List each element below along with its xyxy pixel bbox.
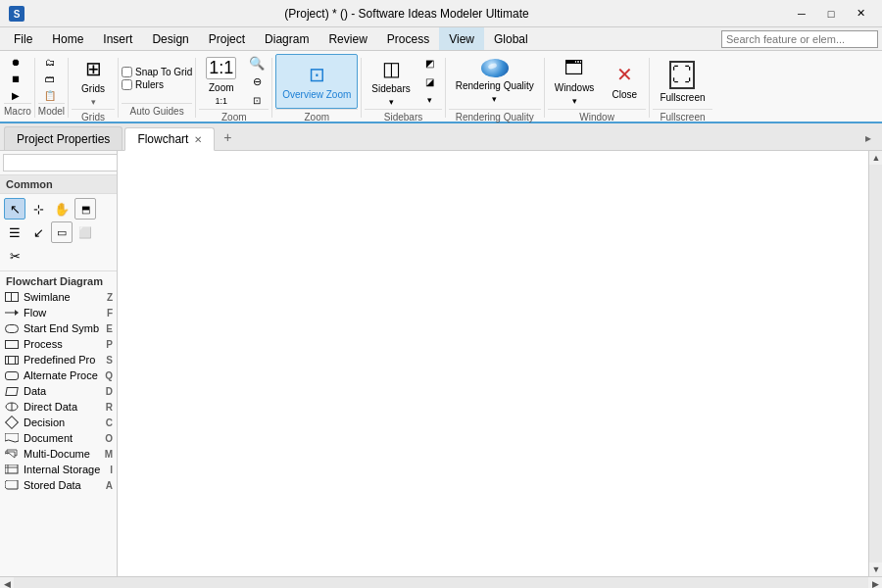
menu-diagram[interactable]: Diagram [255, 27, 318, 50]
tool-arrow[interactable]: ↙ [27, 221, 49, 243]
windows-btn[interactable]: 🗔 Windows ▾ [548, 54, 602, 109]
close-button[interactable]: ✕ [847, 4, 874, 24]
menu-process[interactable]: Process [377, 27, 439, 50]
item-multi-document[interactable]: Multi-Docume M [0, 446, 117, 462]
model-btn3[interactable]: 📋 [38, 87, 62, 103]
zoom-icon: 1:1 [206, 57, 236, 79]
macro-group-label: Macro [4, 103, 31, 119]
close-btn[interactable]: ✕ Close [603, 54, 646, 109]
process-icon [4, 338, 20, 350]
ribbon-group-zoom: 1:1 Zoom 1:1 🔍 ⊖ ⊡ Zoom [199, 54, 269, 119]
menu-file[interactable]: File [4, 27, 42, 50]
scroll-up-arrow[interactable]: ▲ [869, 151, 882, 165]
titlebar: S (Project) * () - Software Ideas Modele… [0, 0, 882, 27]
macro-play-btn[interactable]: ▶ [4, 87, 27, 103]
model-btn2[interactable]: 🗃 [38, 71, 62, 86]
menubar: File Home Insert Design Project Diagram … [0, 27, 882, 51]
internal-storage-icon [4, 464, 20, 475]
item-predefined-process[interactable]: Predefined Pro S [0, 352, 117, 368]
start-end-icon [4, 322, 20, 334]
item-alternate-process[interactable]: Alternate Proce Q [0, 368, 117, 383]
sidebar-small-btn1[interactable]: ◩ [418, 54, 442, 72]
zoom-in-btn[interactable]: 🔍 [245, 54, 269, 72]
sidebar-small-btn2[interactable]: ◪ [418, 73, 442, 90]
tab-flowchart-close[interactable]: ✕ [194, 134, 202, 145]
tab-nav-right[interactable]: ▸ [858, 126, 878, 150]
tab-project-properties[interactable]: Project Properties [4, 126, 122, 150]
rendering-quality-btn[interactable]: Rendering Quality ▾ [449, 54, 541, 109]
menu-home[interactable]: Home [42, 27, 93, 50]
common-section-header: Common [0, 175, 117, 194]
item-flow[interactable]: Flow F [0, 305, 117, 320]
zoom-101-btn[interactable]: 1:1 Zoom 1:1 [199, 54, 243, 109]
scroll-track-vertical[interactable] [869, 165, 882, 563]
multi-document-icon [4, 448, 20, 460]
tool-crosshair[interactable]: ⊹ [27, 198, 49, 220]
snap-to-grid-checkbox-label[interactable]: Snap To Grid [122, 67, 192, 77]
tool-rect[interactable]: ▭ [51, 221, 73, 243]
fullscreen-btn[interactable]: ⛶ Fullscreen [653, 54, 711, 109]
maximize-button[interactable]: □ [817, 4, 845, 24]
macro-stop-btn[interactable]: ⏹ [4, 71, 27, 86]
macro-record-btn[interactable]: ⏺ [4, 54, 27, 70]
snap-to-grid-checkbox[interactable] [122, 67, 132, 77]
tool-lines[interactable]: ☰ [4, 221, 25, 243]
zoom-fit-btn[interactable]: ⊡ [245, 91, 269, 109]
tool-scissors[interactable]: ✂ [4, 245, 25, 267]
tool-pointer[interactable]: ↖ [4, 198, 25, 220]
direct-data-icon [4, 401, 20, 413]
sidebars-btn[interactable]: ◫ Sidebars ▾ [365, 54, 416, 109]
scroll-track-horizontal[interactable] [14, 577, 868, 588]
menu-search-input[interactable] [721, 30, 878, 48]
ribbon: ⏺ ⏹ ▶ Macro 🗂 🗃 📋 Model [0, 51, 882, 123]
ribbon-group-rendering: Rendering Quality ▾ Rendering Quality [449, 54, 541, 119]
left-panel-search: 🔍 [0, 151, 117, 175]
tabs-bar: Project Properties Flowchart ✕ + ▸ [0, 123, 882, 151]
grids-btn[interactable]: ⊞ Grids ▾ [72, 54, 115, 109]
title-text: (Project) * () - Software Ideas Modeler … [25, 7, 788, 21]
item-direct-data[interactable]: Direct Data R [0, 399, 117, 415]
tab-flowchart[interactable]: Flowchart ✕ [124, 127, 215, 151]
item-start-end[interactable]: Start End Symb E [0, 320, 117, 336]
item-decision[interactable]: Decision C [0, 415, 117, 430]
overview-zoom-btn[interactable]: ⊡ Overview Zoom [275, 54, 358, 109]
zoom-out-btn[interactable]: ⊖ [245, 73, 269, 90]
menu-view[interactable]: View [439, 27, 484, 50]
fullscreen-group-label: Fullscreen [653, 109, 711, 124]
snap-group-label: Auto Guides [122, 103, 192, 119]
rulers-checkbox[interactable] [122, 79, 132, 90]
tool-hand[interactable]: ✋ [51, 198, 73, 220]
document-icon [4, 432, 20, 444]
tool-rect-select[interactable]: ⬒ [74, 198, 96, 220]
scroll-down-arrow[interactable]: ▼ [869, 563, 882, 576]
item-process[interactable]: Process P [0, 336, 117, 352]
bottom-scrollbar: ◀ ▶ [0, 576, 882, 588]
menu-design[interactable]: Design [142, 27, 198, 50]
item-document[interactable]: Document O [0, 430, 117, 446]
sidebar-small-btn3[interactable]: ▾ [418, 91, 442, 109]
item-swimlane[interactable]: Swimlane Z [0, 289, 117, 305]
tool-rect-outline[interactable]: ⬜ [74, 221, 96, 243]
menu-insert[interactable]: Insert [93, 27, 142, 50]
left-panel-search-input[interactable] [3, 154, 118, 172]
diagram-items-list: Swimlane Z Flow F [0, 289, 117, 576]
add-tab-button[interactable]: + [217, 126, 238, 148]
scroll-left-arrow[interactable]: ◀ [0, 577, 14, 589]
menu-global[interactable]: Global [484, 27, 538, 50]
ribbon-group-sidebars: ◫ Sidebars ▾ ◩ ◪ ▾ Sidebars [365, 54, 441, 119]
item-internal-storage[interactable]: Internal Storage I [0, 462, 117, 477]
item-stored-data[interactable]: Stored Data A [0, 477, 117, 493]
ribbon-group-model: 🗂 🗃 📋 Model [38, 54, 65, 119]
data-icon [4, 385, 20, 397]
rulers-checkbox-label[interactable]: Rulers [122, 79, 164, 90]
menu-project[interactable]: Project [199, 27, 255, 50]
minimize-button[interactable]: ─ [788, 4, 815, 24]
menu-review[interactable]: Review [318, 27, 376, 50]
svg-text:S: S [14, 9, 21, 20]
model-group-label: Model [38, 103, 65, 119]
ribbon-group-macro: ⏺ ⏹ ▶ Macro [4, 54, 31, 119]
scroll-right-arrow[interactable]: ▶ [868, 577, 882, 589]
alternate-process-icon [4, 369, 20, 381]
item-data[interactable]: Data D [0, 383, 117, 399]
model-btn1[interactable]: 🗂 [38, 54, 62, 70]
